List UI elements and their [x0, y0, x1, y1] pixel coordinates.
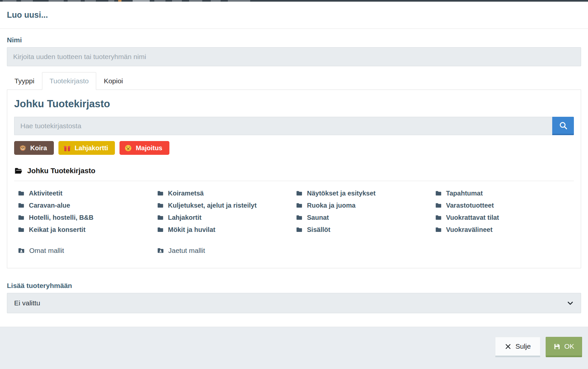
root-folder-label: Johku Tuotekirjasto [27, 167, 95, 175]
folder-item-saunat[interactable]: Saunat [296, 213, 435, 222]
modal-body: Nimi Tyyppi Tuotekirjasto Kopioi Johku T… [0, 29, 588, 313]
folder-grid: Aktiviteetit Caravan-alue Hotelli, hoste… [14, 189, 574, 237]
folder-item-vuokravalineet[interactable]: Vuokravälineet [435, 225, 574, 234]
browser-tab-strip [0, 0, 588, 2]
dog-face-icon [19, 144, 27, 152]
folder-item-hotelli-hostelli-bb[interactable]: Hotelli, hostelli, B&B [18, 213, 157, 222]
folder-column-1: Omat mallit [18, 246, 157, 258]
folder-icon [157, 202, 164, 209]
folder-item-jaetut-mallit[interactable]: Jaetut mallit [157, 246, 296, 255]
folder-item-koirametsa[interactable]: Koirametsä [157, 189, 296, 198]
folder-icon [435, 202, 442, 209]
tab-strip-segment [118, 0, 121, 2]
folder-icon [18, 202, 25, 209]
folder-item-vuokrattavat-tilat[interactable]: Vuokrattavat tilat [435, 213, 574, 222]
tab-tuotekirjasto[interactable]: Tuotekirjasto [42, 72, 96, 90]
folder-column-1: Aktiviteetit Caravan-alue Hotelli, hoste… [18, 189, 157, 237]
tab-bar: Tyyppi Tuotekirjasto Kopioi [7, 72, 581, 90]
chevron-down-icon [567, 299, 574, 307]
folder-column-3 [296, 246, 435, 258]
folder-column-2: Jaetut mallit [157, 246, 296, 258]
folder-item-tapahtumat[interactable]: Tapahtumat [435, 189, 574, 198]
tab-strip-segment [211, 0, 221, 2]
tag-lahjakortti[interactable]: Lahjakortti [58, 141, 115, 155]
folder-icon [18, 214, 25, 221]
folder-item-caravan-alue[interactable]: Caravan-alue [18, 201, 157, 210]
folder-user-icon [157, 247, 164, 254]
folder-item-varastotuotteet[interactable]: Varastotuotteet [435, 201, 574, 210]
tab-tyyppi[interactable]: Tyyppi [7, 72, 42, 90]
tag-label: Lahjakortti [75, 144, 108, 152]
yawning-face-icon [124, 144, 132, 152]
tag-majoitus[interactable]: Majoitus [120, 141, 169, 155]
product-library-panel: Johku Tuotekirjasto Koira Lahjakortti Ma… [7, 90, 581, 268]
select-value: Ei valittu [14, 299, 40, 307]
folder-icon [435, 190, 442, 197]
library-heading: Johku Tuotekirjasto [14, 98, 574, 110]
folder-item-sisallot[interactable]: Sisällöt [296, 225, 435, 234]
folder-item-kuljetukset[interactable]: Kuljetukset, ajelut ja risteilyt [157, 201, 296, 210]
folder-column-2: Koirametsä Kuljetukset, ajelut ja ristei… [157, 189, 296, 237]
folder-icon [296, 214, 303, 221]
folder-item-omat-mallit[interactable]: Omat mallit [18, 246, 157, 255]
name-input[interactable] [7, 47, 581, 66]
folder-item-naytokset-ja-esitykset[interactable]: Näytökset ja esitykset [296, 189, 435, 198]
special-folder-row: Omat mallit Jaetut mallit [14, 246, 574, 258]
search-icon [559, 121, 568, 130]
folder-icon [157, 190, 164, 197]
library-root-folder[interactable]: Johku Tuotekirjasto [14, 167, 574, 175]
divider [14, 181, 574, 181]
tab-strip-segment [172, 0, 182, 2]
add-to-group-label: Lisää tuoteryhmään [7, 282, 581, 290]
tab-strip-segment [154, 0, 165, 2]
tag-row: Koira Lahjakortti Majoitus [14, 141, 574, 155]
folder-column-3: Näytökset ja esitykset Ruoka ja juoma Sa… [296, 189, 435, 237]
folder-icon [435, 214, 442, 221]
open-folder-icon [14, 167, 23, 175]
library-search-row [14, 117, 574, 135]
tab-strip-segment [68, 0, 81, 2]
modal-footer: Sulje OK [0, 327, 588, 369]
tag-koira[interactable]: Koira [14, 141, 54, 155]
tag-label: Majoitus [136, 144, 162, 152]
folder-item-mokit-ja-huvilat[interactable]: Mökit ja huvilat [157, 225, 296, 234]
name-label: Nimi [7, 36, 581, 44]
folder-item-lahjakortit[interactable]: Lahjakortit [157, 213, 296, 222]
folder-icon [296, 226, 303, 233]
tab-strip-segment [21, 0, 33, 2]
tab-strip-segment [108, 0, 114, 2]
folder-item-ruoka-ja-juoma[interactable]: Ruoka ja juoma [296, 201, 435, 210]
tab-strip-segment [189, 0, 202, 2]
folder-column-4: Tapahtumat Varastotuotteet Vuokrattavat … [435, 189, 574, 237]
folder-item-keikat-ja-konsertit[interactable]: Keikat ja konsertit [18, 225, 157, 234]
ok-button[interactable]: OK [546, 337, 582, 357]
folder-icon [435, 226, 442, 233]
library-search-input[interactable] [14, 117, 552, 135]
folder-icon [157, 226, 164, 233]
tab-strip-segment [133, 0, 150, 2]
modal-header: Luo uusi... [0, 2, 588, 29]
folder-icon [18, 226, 25, 233]
tag-label: Koira [30, 144, 47, 152]
modal-title: Luo uusi... [7, 10, 581, 20]
tab-strip-segment [85, 0, 96, 2]
tab-strip-segment [49, 0, 64, 2]
folder-item-aktiviteetit[interactable]: Aktiviteetit [18, 189, 157, 198]
folder-icon [18, 190, 25, 197]
folder-column-4 [435, 246, 574, 258]
folder-icon [296, 202, 303, 209]
product-group-select[interactable]: Ei valittu [7, 293, 581, 313]
folder-icon [296, 190, 303, 197]
library-search-button[interactable] [552, 117, 574, 135]
close-button[interactable]: Sulje [495, 337, 540, 357]
tab-strip-segment [228, 0, 250, 2]
tab-strip-segment [3, 0, 16, 2]
folder-user-icon [18, 247, 25, 254]
folder-icon [157, 214, 164, 221]
tab-kopioi[interactable]: Kopioi [96, 72, 130, 90]
x-icon [505, 343, 512, 350]
gift-icon [63, 144, 71, 152]
save-icon [554, 343, 560, 350]
